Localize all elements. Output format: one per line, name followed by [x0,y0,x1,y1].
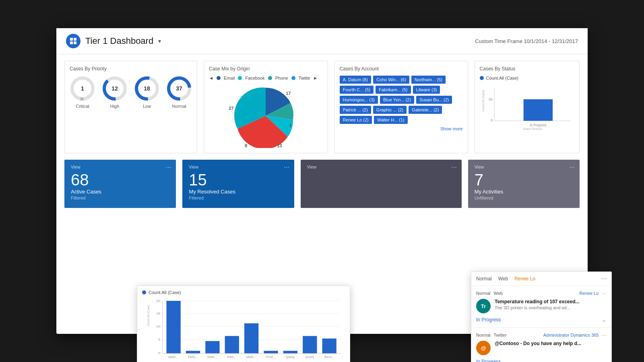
svg-text:Query: Query [305,356,314,359]
account-tag-datum[interactable]: A. Datum (8) [340,76,371,84]
tile-activities: View ··· 7 My Activities Unfiltered [468,160,580,208]
stream-card-1-tag: Normal [476,291,490,296]
account-tag-walter[interactable]: Walter H... (1) [374,116,408,124]
tile-activities-number: 7 [475,171,573,189]
stream-card-1-chevron[interactable]: ⌄ [601,316,607,323]
svg-rect-3 [74,41,76,44]
stream-card-2-dots[interactable]: ··· [602,332,607,338]
svg-text:In Progress: In Progress [530,123,547,127]
twitter-label: Twitte [299,76,310,80]
tile-active-dots[interactable]: ··· [166,164,171,171]
cases-by-status-title: Cases By Status [480,66,574,72]
svg-text:(blan...: (blan... [168,356,178,359]
tile-resolved-name: My Resolved Cases [189,189,287,195]
svg-text:0: 0 [158,351,160,355]
tile-activities-dots[interactable]: ··· [570,164,575,171]
account-tag-fabrikam[interactable]: Fabrikam... (5) [376,86,411,94]
stream-card-1-status-text: In Progress [476,317,501,323]
stream-avatar-2: @ [476,341,491,355]
svg-text:Count:All (Case): Count:All (Case) [481,90,485,111]
prev-arrow[interactable]: ◄ [209,76,213,80]
tile-active-view: View [71,165,169,169]
status-legend: Count:All (Case) [480,76,574,80]
svg-text:0: 0 [491,119,493,122]
stream-header-dots[interactable]: ··· [601,275,607,282]
show-more-link[interactable]: Show more [340,126,463,131]
stream-card-2-status: In Progress ⌄ [476,358,607,362]
tile-resolved-filter: Filtered [189,195,287,200]
donut-low: 18 Low [134,76,160,109]
dropdown-arrow-icon[interactable]: ▾ [158,38,161,44]
stream-card-2-tag: Normal [476,333,490,337]
stream-card-2-title: @Contoso - Do you have any help d... [495,341,607,346]
donut-high-label: High [110,104,120,109]
tile-activities-name: My Activities [475,189,573,195]
account-tag-susan[interactable]: Susan Bu... (2) [416,96,452,104]
tile-active-number: 68 [71,171,169,189]
expanded-legend: Count:All (Case) [142,290,345,295]
stream-card-1-source: Web [493,291,502,296]
account-tag-graphic[interactable]: Graphic ... (2) [373,106,407,114]
account-tag-patrick[interactable]: Patrick ... (2) [340,106,371,114]
pie-legend: ◄ Email Facebook Phone Twitte ► [209,76,323,80]
pie-container: 17 27 3 8 13 [209,84,323,148]
pie-num-13: 13 [277,143,282,148]
content-area: Cases By Priority 1 Critical [56,54,588,214]
stream-card-1-status: In Progress ⌄ [476,316,607,323]
svg-rect-2 [70,41,73,44]
donut-high-chart: 12 [102,76,128,101]
stream-card-2-status-text: In Progress [476,359,501,362]
donut-critical: 1 Critical [70,76,95,109]
svg-text:Defa...: Defa... [188,356,198,359]
tile-activities-view: View [475,165,573,169]
charts-row: Cases By Priority 1 Critical [64,61,580,153]
stream-card-1-person: Renee Lo [580,291,599,296]
tile-active-filter: Filtered [71,195,169,200]
svg-text:Deliv...: Deliv... [207,356,217,359]
pie-num-8: 8 [245,143,247,148]
stream-card-1-title: Temperature reading of 107 exceed... [495,299,607,304]
twitter-dot [291,76,295,80]
expanded-chart-panel: Count:All (Case) 20 15 10 5 0 [137,286,350,362]
expanded-legend-dot [142,290,146,294]
account-tag-blue-yon[interactable]: Blue Yon... (2) [380,96,414,104]
svg-text:Query: Query [286,356,295,359]
svg-text:Subject: Subject [246,360,258,362]
account-tag-gabriele[interactable]: Gabriele... (2) [409,106,442,114]
stream-card-1-dots[interactable]: ··· [602,290,607,296]
donut-low-chart: 18 [134,76,160,101]
account-tag-renee[interactable]: Renee Lo (2) [340,116,372,124]
svg-text:Prod...: Prod... [266,356,276,359]
tile-active-name: Active Cases [71,189,169,195]
tile-stream-dots[interactable]: ··· [451,164,456,171]
stream-card-2-text: @Contoso - Do you have any help d... [495,341,607,346]
account-tag-northwin[interactable]: Northwin... (5) [411,76,446,84]
donut-high-value: 12 [111,85,118,92]
tile-resolved-dots[interactable]: ··· [284,164,289,171]
next-arrow[interactable]: ► [313,76,318,80]
svg-text:50: 50 [489,97,492,101]
svg-text:15: 15 [156,312,160,315]
stream-avatar-1: Tr [476,299,491,313]
email-dot [217,76,221,80]
cases-by-priority-panel: Cases By Priority 1 Critical [64,61,197,153]
stream-card-2-chevron[interactable]: ⌄ [601,358,607,362]
account-tag-coho[interactable]: Coho Win... (6) [373,76,409,84]
stream-card-2-body: @ @Contoso - Do you have any help d... [476,341,607,355]
cases-by-account-panel: Cases By Account A. Datum (8) Coho Win..… [334,61,468,153]
tile-resolved-view: View [189,165,287,169]
pie-num-3: 3 [289,123,291,128]
svg-text:Status Reason: Status Reason [523,127,542,131]
stream-panel: Normal Web Renee Lo ··· Normal Web Renee… [471,272,612,362]
pie-labels: 17 27 3 8 13 [225,84,306,148]
account-tag-fourth[interactable]: Fourth C... (5) [340,86,374,94]
donut-critical-chart: 1 [70,76,95,101]
stream-source-web: Web [498,276,508,282]
stream-card-2-person: Administrator Dynamics 365 [543,333,599,337]
case-mix-panel: Case Mix by Origin ◄ Email Facebook Phon… [204,61,328,153]
pie-num-27: 27 [229,106,233,111]
header-left: Tier 1 Dashboard ▾ [66,34,161,48]
account-tag-litware[interactable]: Litware (3) [413,86,440,94]
phone-label: Phone [275,76,288,80]
account-tag-humongou[interactable]: Humongou... (3) [340,96,378,104]
